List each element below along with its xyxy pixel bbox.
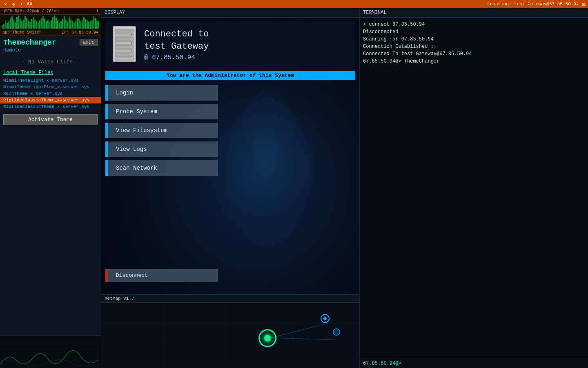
terminal-line: Disconnected [363,28,585,36]
network-node-inner [264,335,271,341]
remote-label: Remote [0,47,101,56]
topbar-timer: 60 [27,2,32,7]
menu-button-label[interactable]: View Logs [108,141,218,157]
svg-rect-14 [115,45,134,49]
disconnect-button[interactable]: Disconnect [105,269,218,282]
menu-button-label[interactable]: View Filesystem [108,123,218,138]
svg-point-13 [131,42,132,44]
server-ip: @ 67.85.50.94 [144,53,209,62]
display-area: Connected to test Gateway @ 67.85.50.94 … [101,18,359,294]
connected-line1: Connected to [144,28,209,41]
themechanger-title: Themechanger Exit [0,36,101,47]
app-icon[interactable]: ▪ [19,1,24,7]
app-info: app:Theme Switch IP: 67.85.50.94 [0,29,101,36]
topbar-right: Location: test Gateway@67.85.50.94 ✉ [487,1,586,8]
close-icon[interactable]: ✕ [2,1,8,7]
ram-used-text: USED RAM: 320mb / 761mb [2,9,59,13]
network-node-2[interactable] [321,314,330,323]
location-text: Location: test Gateway@67.85.50.94 [487,2,579,7]
terminal-output: > connect 67.85.50.94DisconnectedScannin… [360,18,588,359]
activate-theme-button[interactable]: Activate Theme [3,114,98,125]
terminal-panel: TERMINAL > connect 67.85.50.94Disconnect… [359,8,588,368]
mail-icon[interactable]: ✉ [582,1,586,8]
theme-file-item[interactable]: MiamiThemeLightBlue_x-server.sys [0,84,101,90]
terminal-label: TERMINAL [360,8,588,18]
exit-button[interactable]: Exit [80,39,98,46]
theme-file-item[interactable]: MiamiThemeLight_x-server.sys [0,77,101,84]
waveform-area [0,15,101,29]
no-valid-files-label: -- No Valid Files -- [0,56,101,68]
netmap-label: netMap v1.7 [101,295,359,303]
terminal-line: > connect 67.85.50.94 [363,21,585,28]
svg-rect-17 [115,54,134,57]
menu-button-probe-system[interactable]: Probe System [105,104,218,119]
main-layout: USED RAM: 320mb / 761mb 1 app:Theme Swit… [0,8,588,368]
netmap-area: netMap v1.7 [101,294,359,368]
terminal-input-row: 67.85.50.94@> [360,359,588,368]
svg-line-25 [272,338,336,340]
terminal-prompt: 67.85.50.94@> [363,361,401,366]
menu-button-login[interactable]: Login [105,85,218,101]
app-name: app:Theme Switch [2,30,42,35]
server-info-box: Connected to test Gateway @ 67.85.50.94 [105,22,355,69]
svg-line-24 [272,323,327,338]
network-node-main[interactable] [258,329,276,347]
server-icon [111,26,138,65]
server-connection-text: Connected to test Gateway @ 67.85.50.94 [144,28,209,63]
svg-rect-0 [0,336,101,368]
menu-buttons: LoginProbe SystemView FilesystemView Log… [105,85,218,176]
svg-rect-8 [115,29,134,32]
menu-button-label[interactable]: Login [108,85,218,101]
terminal-line: 67.85.50.94@> ThemeChanger [363,58,585,65]
theme-file-item[interactable]: RiptideClassicTheme_x-server.sys [0,97,101,103]
settings-icon[interactable]: ⚙ [11,1,16,7]
app-ip: IP: 67.85.50.94 [62,30,98,35]
terminal-line: Connection Established :: [363,43,585,50]
menu-button-label[interactable]: Probe System [108,104,218,119]
network-node-3[interactable] [333,328,340,336]
topbar-left: ✕ ⚙ ▪ 60 [2,1,32,7]
menu-button-view-filesystem[interactable]: View Filesystem [105,123,218,138]
terminal-line: Scanning For 67.85.50.94 [363,36,585,43]
svg-point-10 [131,34,132,36]
local-theme-files-label: Local Theme Files [0,68,101,77]
display-label: DISPLAY [101,8,359,18]
disconnect-button-area: Disconnect [105,269,218,282]
left-bottom-visualization [0,335,101,368]
ram-bar-area: USED RAM: 320mb / 761mb 1 [0,8,101,15]
theme-file-item[interactable]: RiptideClassicTheme_x-server.sys [0,103,101,110]
admin-banner: You are the Administrator of this System [105,71,355,80]
ram-details: USED RAM: 320mb / 761mb 1 [2,9,98,13]
svg-rect-18 [115,58,134,61]
menu-button-scan-network[interactable]: Scan Network [105,160,218,176]
topbar: ✕ ⚙ ▪ 60 Location: test Gateway@67.85.50… [0,0,588,8]
svg-point-16 [131,50,132,52]
network-node-2-inner [323,317,327,320]
disconnect-label[interactable]: Disconnect [108,269,218,282]
themechanger-label: Themechanger [3,38,56,47]
theme-file-item[interactable]: RainTheme_x-server.sys [0,90,101,97]
left-panel: USED RAM: 320mb / 761mb 1 app:Theme Swit… [0,8,101,368]
ram-num: 1 [96,9,98,13]
terminal-input[interactable] [403,361,585,366]
connected-line2: test Gateway [144,40,209,53]
svg-rect-11 [115,37,134,40]
center-panel: DISPLAY [101,8,359,368]
netmap-canvas [101,303,359,367]
terminal-line: Connected To test Gateway@67.85.50.94 [363,50,585,58]
theme-files-list: MiamiThemeLight_x-server.sysMiamiThemeLi… [0,77,101,110]
menu-button-label[interactable]: Scan Network [108,160,218,176]
menu-button-view-logs[interactable]: View Logs [105,141,218,157]
